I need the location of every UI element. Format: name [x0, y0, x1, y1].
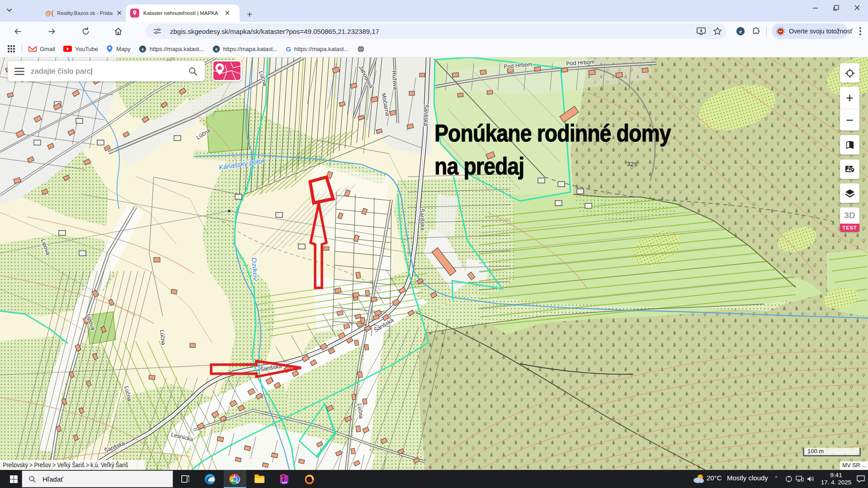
svg-text:Šarišská: Šarišská: [423, 104, 430, 126]
svg-text:Šarišská: Šarišská: [419, 209, 426, 230]
svg-text:e: e: [739, 28, 742, 35]
svg-text:M365: M365: [282, 482, 288, 484]
svg-text:G: G: [848, 166, 850, 169]
svg-text:Ružová: Ružová: [391, 70, 399, 90]
svg-text:e: e: [142, 47, 144, 52]
svg-text:e: e: [215, 47, 217, 52]
